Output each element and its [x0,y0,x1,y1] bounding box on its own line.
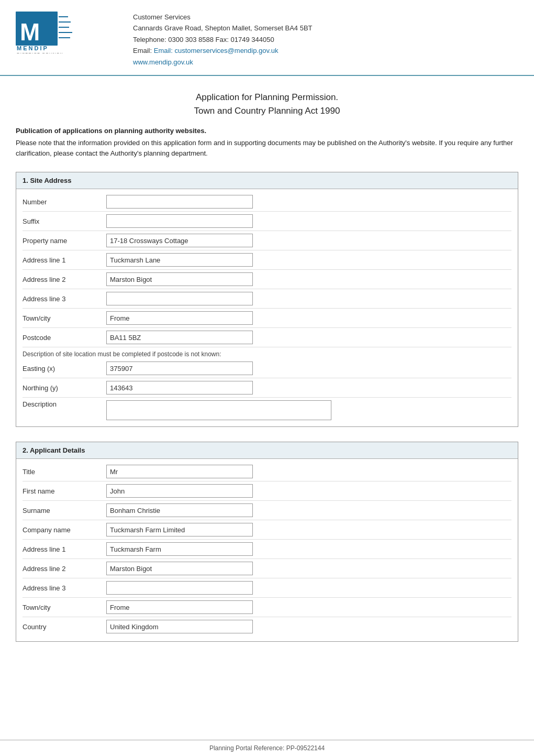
contact-info: Customer Services Cannards Grave Road, S… [133,12,518,68]
page-title: Application for Planning Permission. Tow… [0,91,534,117]
field-country: Country [23,617,511,636]
label-address1: Address line 1 [23,256,106,264]
svg-text:M: M [20,18,40,46]
footer-reference: Planning Portal Reference: PP-09522144 [209,744,325,752]
field-postcode: Postcode [23,328,511,347]
input-number[interactable] [106,195,253,209]
field-surname: Surname [23,501,511,520]
field-easting: Easting (x) [23,359,511,378]
input-easting[interactable] [106,361,253,375]
section2-body: Title First name Surname Company name Ad… [16,459,518,641]
input-surname[interactable] [106,503,253,517]
section2-box: 2. Applicant Details Title First name Su… [16,442,518,642]
label-description: Description [23,400,106,408]
input-property-name[interactable] [106,234,253,247]
contact-line2: Cannards Grave Road, Shepton Mallet, Som… [133,23,518,34]
svg-text:MENDIP: MENDIP [17,45,49,51]
field-northing: Northing (y) [23,378,511,398]
contact-website[interactable]: www.mendip.gov.uk [133,58,193,66]
page-footer: Planning Portal Reference: PP-09522144 [0,740,534,756]
label-app-address1: Address line 1 [23,545,106,553]
label-property-name: Property name [23,237,106,245]
field-app-address3: Address line 3 [23,578,511,598]
field-number: Number [23,192,511,212]
label-surname: Surname [23,507,106,514]
title-section: Application for Planning Permission. Tow… [0,76,534,127]
label-address2: Address line 2 [23,276,106,283]
input-postcode[interactable] [106,331,253,344]
label-northing: Northing (y) [23,384,106,392]
label-company: Company name [23,526,106,534]
contact-email: Email: customerservices@mendip.gov.uk [154,47,279,54]
input-town[interactable] [106,311,253,325]
contact-line1: Customer Services [133,12,518,23]
field-town: Town/city [23,309,511,328]
input-address1[interactable] [106,253,253,267]
svg-text:DISTRICT COUNCIL: DISTRICT COUNCIL [17,52,64,53]
field-title: Title [23,462,511,481]
field-company: Company name [23,520,511,540]
section1-box: 1. Site Address Number Suffix Property n… [16,172,518,427]
label-app-address2: Address line 2 [23,565,106,573]
field-address1: Address line 1 [23,250,511,270]
page: M MENDIP DISTRICT COUNCIL Customer Servi… [0,0,534,756]
label-easting: Easting (x) [23,365,106,372]
label-address3: Address line 3 [23,295,106,303]
input-northing[interactable] [106,381,253,395]
logo-area: M MENDIP DISTRICT COUNCIL [16,12,120,53]
label-app-town: Town/city [23,604,106,611]
section1-body: Number Suffix Property name Address line… [16,189,518,426]
description-note: Description of site location must be com… [23,347,511,359]
input-description[interactable] [106,400,331,420]
field-firstname: First name [23,481,511,501]
label-app-address3: Address line 3 [23,584,106,592]
field-description: Description [23,398,511,421]
notice-body: Please note that the information provide… [16,138,518,158]
input-app-town[interactable] [106,600,253,614]
field-app-address2: Address line 2 [23,559,511,578]
field-suffix: Suffix [23,212,511,231]
label-country: Country [23,623,106,631]
section1-header: 1. Site Address [16,172,518,189]
input-address2[interactable] [106,272,253,286]
label-town: Town/city [23,314,106,322]
section2-header: 2. Applicant Details [16,442,518,459]
input-firstname[interactable] [106,484,253,498]
input-country[interactable] [106,620,253,633]
input-app-address2[interactable] [106,562,253,575]
label-postcode: Postcode [23,334,106,342]
contact-line3: Telephone: 0300 303 8588 Fax: 01749 3440… [133,34,518,45]
label-firstname: First name [23,487,106,495]
notice-title: Publication of applications on planning … [16,127,518,135]
label-number: Number [23,198,106,206]
input-title[interactable] [106,465,253,478]
field-address2: Address line 2 [23,270,511,289]
input-app-address3[interactable] [106,581,253,595]
header: M MENDIP DISTRICT COUNCIL Customer Servi… [0,0,534,76]
field-app-address1: Address line 1 [23,540,511,559]
field-address3: Address line 3 [23,289,511,309]
notice-section: Publication of applications on planning … [0,127,534,165]
input-company[interactable] [106,523,253,536]
contact-line5: www.mendip.gov.uk [133,57,518,68]
input-address3[interactable] [106,292,253,305]
field-property-name: Property name [23,231,511,250]
label-suffix: Suffix [23,217,106,225]
mendip-logo: M MENDIP DISTRICT COUNCIL [16,12,113,53]
label-title: Title [23,468,106,476]
input-suffix[interactable] [106,214,253,228]
contact-line4: Email: Email: customerservices@mendip.go… [133,45,518,56]
input-app-address1[interactable] [106,542,253,556]
field-app-town: Town/city [23,598,511,617]
